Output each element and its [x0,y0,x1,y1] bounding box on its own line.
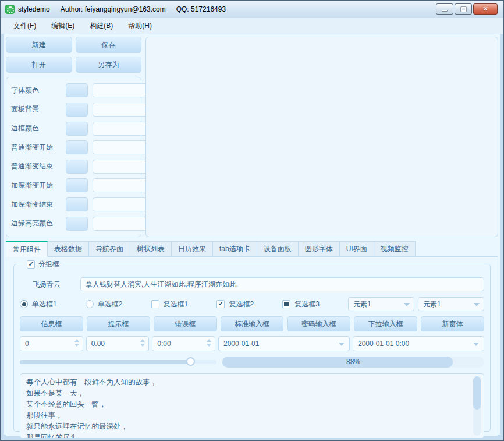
story-textedit[interactable]: 每个人心中都有一段鲜不为人知的故事， 如果不是某一天， 某个不经意的回头一瞥， … [20,373,484,439]
color-swatch-button[interactable] [66,83,88,97]
color-swatch-button[interactable] [66,197,88,211]
color-swatch-button[interactable] [66,160,88,174]
tab-tree-list[interactable]: 树状列表 [130,241,172,257]
group-box: 分组框 飞扬青云 单选框1 [13,264,491,432]
combo-box-1[interactable]: 元素1 [348,297,414,311]
group-box-checkbox[interactable] [27,260,35,269]
preview-panel [145,37,498,237]
color-row-label: 加深渐变开始 [11,181,61,190]
radio-checked-icon [20,300,28,308]
maximize-button[interactable] [455,3,472,15]
color-row-label: 边框颜色 [11,124,61,133]
chevron-down-icon [473,343,479,346]
left-panel: 新建 保存 打开 另存为 字体颜色 面板背景 [6,37,141,237]
combo-box-2[interactable]: 元素1 [418,297,484,311]
motto-input[interactable] [80,277,484,291]
spin-up-icon[interactable] [140,339,145,342]
tab-table-data[interactable]: 表格数据 [48,241,89,257]
menu-help[interactable]: 帮助(H) [120,19,159,33]
color-swatch-button[interactable] [66,103,88,117]
info-box-button[interactable]: 信息框 [20,316,83,331]
spin-down-icon[interactable] [74,344,79,347]
text-line: 那是回忆的尽头。 [26,432,468,439]
text-line: 就只能永远埋在记忆的最深处， [26,421,468,432]
spin-down-icon[interactable] [140,344,145,347]
color-swatch-button[interactable] [66,178,88,192]
date-edit[interactable]: 2000-01-01 [218,336,350,351]
checkbox-1[interactable]: 复选框1 [151,299,214,309]
int-spinbox[interactable]: 0 [20,336,83,351]
tab-common-widgets[interactable]: 常用组件 [6,241,48,257]
save-button[interactable]: 保存 [76,37,142,53]
open-button[interactable]: 打开 [6,57,72,73]
time-edit[interactable]: 0:00 [152,336,215,351]
color-row-label: 面板背景 [11,104,61,114]
color-row-dark-gradient-end: 加深渐变结束 [11,197,136,212]
double-spinbox[interactable]: 0.00 [86,336,150,351]
dialog-buttons-row: 信息框 提示框 错误框 标准输入框 密码输入框 下拉输入框 新窗体 [20,316,484,331]
slider-fill [20,360,191,364]
tab-device-panel[interactable]: 设备面板 [257,241,299,257]
horizontal-slider[interactable] [20,357,216,366]
name-label: 飞扬青云 [20,280,80,290]
color-row-font: 字体颜色 [11,83,136,98]
color-settings-panel: 字体颜色 面板背景 边框颜色 普通渐变开 [6,77,141,237]
window-controls: ✕ [436,3,498,15]
color-swatch-button[interactable] [66,122,88,136]
minimize-button[interactable] [436,3,453,15]
color-row-label: 边缘高亮颜色 [11,218,61,228]
name-row: 飞扬青云 [20,277,484,291]
error-box-button[interactable]: 错误框 [154,316,217,331]
menu-build[interactable]: 构建(B) [82,19,120,33]
double-spinbox-value: 0.00 [91,340,105,348]
tab-nav-ui[interactable]: 导航界面 [89,241,130,257]
spinner-arrows [74,339,79,347]
slider-thumb[interactable] [186,357,195,366]
password-input-button[interactable]: 密码输入框 [287,316,350,331]
scrollbar-thumb[interactable] [473,376,481,410]
color-row-label: 普通渐变开始 [11,143,61,153]
progress-label: 88% [222,357,484,368]
vertical-scrollbar[interactable] [473,376,481,436]
tab-video-monitor[interactable]: 视频监控 [374,241,416,257]
checkbox-3[interactable]: 复选框3 [282,299,345,309]
menu-edit[interactable]: 编辑(E) [44,19,82,33]
checkbox-1-label: 复选框1 [164,299,189,309]
menu-file[interactable]: 文件(F) [6,19,44,33]
checkbox-2-label: 复选框2 [229,299,254,309]
checkbox-unchecked-icon [151,300,159,308]
time-edit-value: 0:00 [157,340,171,348]
text-line: 某个不经意的回头一瞥， [26,399,468,410]
color-swatch-button[interactable] [66,217,88,231]
radio-1[interactable]: 单选框1 [20,299,82,309]
save-as-button[interactable]: 另存为 [76,57,142,73]
color-row-label: 字体颜色 [11,86,61,96]
tab-ui-design[interactable]: UI界面 [340,241,374,257]
tab-calendar[interactable]: 日历效果 [172,241,213,257]
tab-tab-pages[interactable]: tab选项卡 [213,241,257,257]
spinner-arrows [207,339,211,347]
checkbox-2[interactable]: 复选框2 [216,299,279,309]
dropdown-input-button[interactable]: 下拉输入框 [354,316,417,331]
radio-2-label: 单选框2 [98,299,123,309]
spin-up-icon[interactable] [74,339,79,342]
color-row-label: 普通渐变结束 [11,161,61,171]
spin-down-icon[interactable] [207,344,211,347]
new-window-button[interactable]: 新窗体 [421,316,484,331]
combo-1-value: 元素1 [353,299,371,309]
datetime-edit[interactable]: 2000-01-01 0:00 [353,336,484,351]
tab-page-common-widgets: 分组框 飞扬青云 单选框1 [6,256,498,437]
int-spinbox-value: 0 [25,340,29,348]
tab-bar: 常用组件 表格数据 导航界面 树状列表 日历效果 tab选项卡 设备面板 图形字… [6,241,498,257]
close-button[interactable]: ✕ [473,3,498,15]
radio-2[interactable]: 单选框2 [86,299,148,309]
title-bar[interactable]: styledemo Author: feiyangqingyun@163.com… [1,1,503,18]
tip-box-button[interactable]: 提示框 [87,316,150,331]
standard-input-button[interactable]: 标准输入框 [221,316,284,331]
color-row-dark-gradient-start: 加深渐变开始 [11,178,136,193]
new-button[interactable]: 新建 [6,37,72,53]
tab-icon-font[interactable]: 图形字体 [299,241,340,257]
text-line: 那段往事， [26,410,468,421]
color-swatch-button[interactable] [66,140,88,154]
spin-up-icon[interactable] [207,339,211,342]
